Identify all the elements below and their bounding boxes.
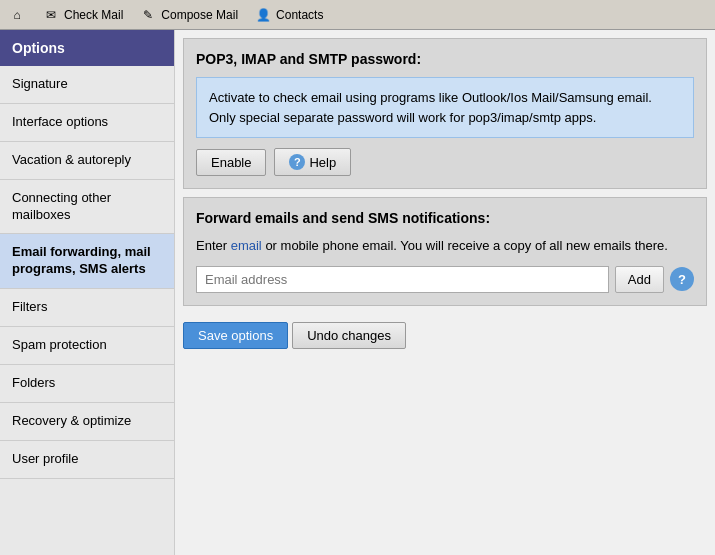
sidebar-item-interface-options[interactable]: Interface options	[0, 104, 174, 142]
pop3-info-box: Activate to check email using programs l…	[196, 77, 694, 138]
sidebar-item-recovery-optimize[interactable]: Recovery & optimize	[0, 403, 174, 441]
toolbar-check-mail[interactable]: ✉ Check Mail	[42, 6, 123, 24]
sidebar-item-user-profile[interactable]: User profile	[0, 441, 174, 479]
sidebar-header: Options	[0, 30, 174, 66]
forward-title: Forward emails and send SMS notification…	[196, 210, 694, 226]
check-mail-label: Check Mail	[64, 8, 123, 22]
save-options-button[interactable]: Save options	[183, 322, 288, 349]
add-button[interactable]: Add	[615, 266, 664, 293]
forward-description: Enter email or mobile phone email. You w…	[196, 236, 694, 256]
sidebar-item-vacation-autoreply[interactable]: Vacation & autoreply	[0, 142, 174, 180]
sidebar-title: Options	[12, 40, 65, 56]
home-icon: ⌂	[8, 6, 26, 24]
undo-changes-button[interactable]: Undo changes	[292, 322, 406, 349]
sidebar-item-spam-protection[interactable]: Spam protection	[0, 327, 174, 365]
email-input-row: Add ?	[196, 266, 694, 293]
contacts-icon: 👤	[254, 6, 272, 24]
contacts-label: Contacts	[276, 8, 323, 22]
compose-mail-label: Compose Mail	[161, 8, 238, 22]
sidebar-item-folders[interactable]: Folders	[0, 365, 174, 403]
sidebar: Options Signature Interface options Vaca…	[0, 30, 175, 555]
forward-section: Forward emails and send SMS notification…	[183, 197, 707, 306]
sidebar-item-email-forwarding[interactable]: Email forwarding, mail programs, SMS ale…	[0, 234, 174, 289]
pop3-info-text: Activate to check email using programs l…	[209, 90, 652, 125]
content-area: POP3, IMAP and SMTP password: Activate t…	[175, 30, 715, 555]
toolbar-compose-mail[interactable]: ✎ Compose Mail	[139, 6, 238, 24]
sidebar-item-filters[interactable]: Filters	[0, 289, 174, 327]
email-address-input[interactable]	[196, 266, 609, 293]
toolbar-home[interactable]: ⌂	[8, 6, 26, 24]
sidebar-item-signature[interactable]: Signature	[0, 66, 174, 104]
enable-button[interactable]: Enable	[196, 149, 266, 176]
sidebar-item-connecting-mailboxes[interactable]: Connecting other mailboxes	[0, 180, 174, 235]
forward-help-button[interactable]: ?	[670, 267, 694, 291]
main-container: Options Signature Interface options Vaca…	[0, 30, 715, 555]
toolbar: ⌂ ✉ Check Mail ✎ Compose Mail 👤 Contacts	[0, 0, 715, 30]
check-mail-icon: ✉	[42, 6, 60, 24]
help-label: Help	[309, 155, 336, 170]
help-button[interactable]: ? Help	[274, 148, 351, 176]
help-icon: ?	[289, 154, 305, 170]
compose-mail-icon: ✎	[139, 6, 157, 24]
action-bar: Save options Undo changes	[175, 314, 715, 357]
toolbar-contacts[interactable]: 👤 Contacts	[254, 6, 323, 24]
pop3-section: POP3, IMAP and SMTP password: Activate t…	[183, 38, 707, 189]
forward-email-highlight: email	[231, 238, 262, 253]
pop3-title: POP3, IMAP and SMTP password:	[196, 51, 694, 67]
